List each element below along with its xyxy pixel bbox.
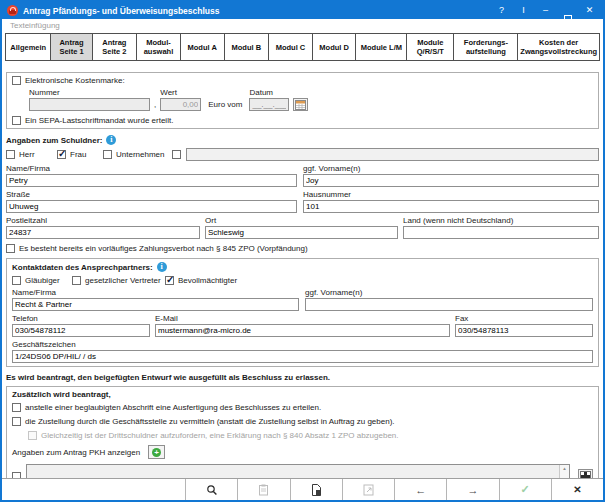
tab-module-qrst[interactable]: Module Q/R/S/T [406,33,454,61]
note-scrollbar[interactable]: ▲▼ [559,465,569,478]
ausfertigung-checkbox[interactable] [12,403,21,412]
fax-label: Fax [455,314,593,323]
beantragt-statement: Es wird beantragt, den beigefügten Entwu… [6,373,599,382]
note-checkbox[interactable] [12,472,21,479]
menu-bar: Texteinfügung [2,19,603,32]
forward-button[interactable]: → [446,479,498,500]
kontakt-group: Kontaktdaten des Ansprechpartners: i Glä… [6,258,599,367]
sepa-checkbox[interactable] [12,116,21,125]
vertreter-checkbox[interactable] [72,276,81,285]
drittschuldner-checkbox [28,431,37,440]
title-bar: Antrag Pfändungs- und Überweisungsbeschl… [2,2,603,19]
email-input[interactable] [155,324,450,337]
calendar-button[interactable] [293,98,308,111]
kontakt-name-input[interactable] [12,298,299,311]
strasse-input[interactable] [6,200,297,213]
document-button[interactable] [290,479,342,500]
nummer-input[interactable] [29,98,150,111]
ausfertigung-label: anstelle einer beglaubigten Abschrift ei… [25,403,321,412]
help-button[interactable]: ? [493,3,510,18]
back-button[interactable]: ← [394,479,446,500]
pkh-expand-button[interactable]: + [148,445,165,459]
plz-label: Postleitzahl [6,216,200,225]
vorname-input[interactable] [303,174,599,187]
pkh-label: Angaben zum Antrag PKH anzeigen [12,448,140,457]
unternehmen-checkbox[interactable] [103,150,112,159]
tab-antrag-seite-1[interactable]: Antrag Seite 1 [50,33,92,61]
land-input[interactable] [403,226,599,239]
close-x-icon: ✕ [573,484,581,495]
tab-content-antrag-seite-1: Elektronische Kostenmarke: Nummer , Wert… [2,61,603,478]
schuldner-custom-checkbox[interactable] [172,150,181,159]
arrow-left-icon: ← [415,484,426,496]
hausnummer-input[interactable] [303,200,599,213]
fax-input[interactable] [455,324,593,337]
close-button[interactable]: ✕ [581,3,598,18]
tab-antrag-seite-2[interactable]: Antrag Seite 2 [92,33,138,61]
tab-module-lm[interactable]: Module L/M [355,33,407,61]
name-input[interactable] [6,174,297,187]
geschaeftszeichen-input[interactable] [12,350,593,363]
kontakt-info-icon[interactable]: i [157,262,167,272]
schuldner-header-label: Angaben zum Schuldner: [6,136,102,145]
tab-forderungsaufstellung[interactable]: Forderungs- aufstellung [453,33,518,61]
wert-label: Wert [160,88,201,97]
geschaeftszeichen-label: Geschäftszeichen [12,340,593,349]
zusaetzlich-group: Zusätzlich wird beantragt, anstelle eine… [6,386,599,478]
zustellung-label: die Zustellung durch die Geschäftsstelle… [25,417,395,426]
note-textarea[interactable]: ▲▼ [26,464,570,478]
search-button[interactable] [185,479,237,500]
tab-modulauswahl[interactable]: Modul- auswahl [136,33,181,61]
checkmark-icon: ✓ [521,483,530,496]
datum-input[interactable] [249,98,289,111]
schuldner-custom-input[interactable] [186,148,599,161]
minimize-button[interactable]: – [537,3,554,18]
clipboard-button[interactable] [237,479,289,500]
kostenmarke-checkbox[interactable] [12,76,21,85]
confirm-button[interactable]: ✓ [499,479,551,500]
enlarge-text-button[interactable] [578,469,593,479]
arrow-right-icon: → [467,484,478,496]
datum-label: Datum [249,88,289,97]
wert-input[interactable] [160,98,201,111]
tab-modul-d[interactable]: Modul D [312,33,357,61]
plz-input[interactable] [6,226,200,239]
cancel-button[interactable]: ✕ [551,479,603,500]
document-icon [311,484,322,496]
tab-modul-a[interactable]: Modul A [180,33,225,61]
schuldner-info-icon[interactable]: i [106,135,116,145]
clipboard-icon [258,484,269,496]
name-label: Name/Firma [6,164,297,173]
bevollmaechtigter-checkbox[interactable] [165,276,174,285]
kontakt-name-label: Name/Firma [12,288,299,297]
herr-label: Herr [19,150,57,159]
strasse-label: Straße [6,190,297,199]
frau-checkbox[interactable] [57,150,66,159]
hausnummer-label: Hausnummer [303,190,599,199]
info-button[interactable]: I [515,3,532,18]
glaeubiger-checkbox[interactable] [12,276,21,285]
glaeubiger-label: Gläubiger [25,276,72,285]
ort-input[interactable] [205,226,398,239]
tab-bar: Allgemein Antrag Seite 1 Antrag Seite 2 … [5,33,600,61]
dialog-window: Antrag Pfändungs- und Überweisungsbeschl… [0,0,605,502]
tab-modul-b[interactable]: Modul B [224,33,270,61]
document-edit-button[interactable] [342,479,394,500]
tab-allgemein[interactable]: Allgemein [5,33,51,61]
kontakt-vorname-input[interactable] [305,298,593,311]
zustellung-checkbox[interactable] [12,417,21,426]
vorpfaendung-checkbox[interactable] [6,244,15,253]
email-label: E-Mail [155,314,450,323]
menu-texteinfuegung[interactable]: Texteinfügung [10,21,60,30]
herr-checkbox[interactable] [6,150,15,159]
kontakt-vorname-label: ggf. Vorname(n) [305,288,593,297]
unternehmen-label: Unternehmen [116,150,172,159]
pkh-plus-icon: + [152,448,161,457]
telefon-input[interactable] [12,324,150,337]
kostenmarke-group: Elektronische Kostenmarke: Nummer , Wert… [6,72,599,129]
schuldner-header: Angaben zum Schuldner: i [6,135,599,145]
scroll-up-icon[interactable]: ▲ [562,466,566,471]
tab-kosten-zwangsvollstreckung[interactable]: Kosten der Zwangsvollstreckung [517,33,600,61]
tab-modul-c[interactable]: Modul C [268,33,313,61]
kontakt-header-label: Kontaktdaten des Ansprechpartners: [12,263,153,272]
